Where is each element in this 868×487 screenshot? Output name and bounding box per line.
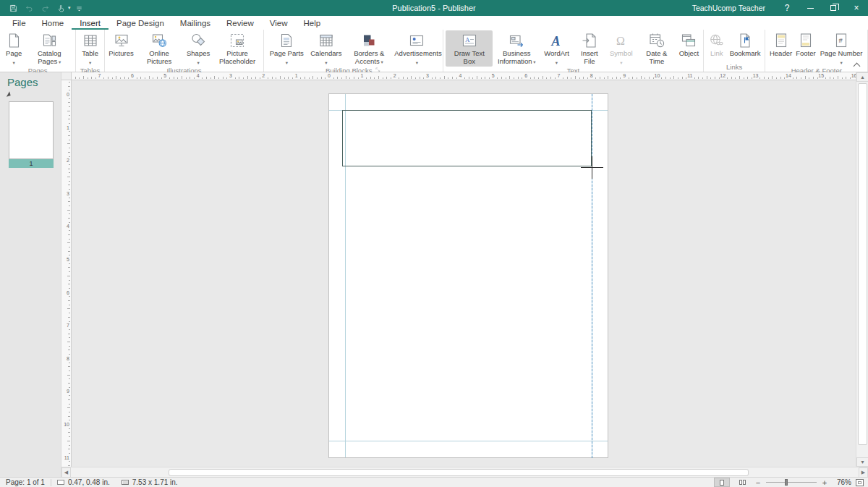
ruler-number: 4 xyxy=(459,72,461,80)
fit-page-button[interactable] xyxy=(856,479,864,486)
zoom-slider-thumb[interactable] xyxy=(785,479,788,486)
wordart-icon: A xyxy=(548,32,566,49)
horizontal-scrollbar-thumb[interactable] xyxy=(169,469,749,476)
tab-review[interactable]: Review xyxy=(218,17,262,30)
footer-icon xyxy=(797,32,814,49)
ribbon-button-footer[interactable]: Footer xyxy=(794,30,818,67)
zoom-out-button[interactable]: − xyxy=(754,478,762,487)
header-icon xyxy=(773,32,790,49)
ribbon-button-table[interactable]: Table ▾ xyxy=(78,30,102,67)
vertical-ruler[interactable]: 01234567891011 xyxy=(61,80,72,467)
ribbon-button-page-parts[interactable]: Page Parts ▾ xyxy=(266,30,307,67)
help-button[interactable]: ? xyxy=(775,0,799,16)
ruler-corner xyxy=(61,72,72,80)
close-button[interactable]: × xyxy=(845,0,868,16)
dropdown-arrow-icon[interactable]: ▾ xyxy=(68,5,71,11)
scroll-left-arrow[interactable]: ◀ xyxy=(61,467,71,478)
svg-text:#: # xyxy=(839,36,843,44)
vertical-scrollbar[interactable]: ▲ ▼ xyxy=(856,72,868,467)
ribbon-tab-row: FileHomeInsertPage DesignMailingsReviewV… xyxy=(0,16,868,30)
ribbon-button-object[interactable]: Object xyxy=(677,30,701,67)
touch-mode-icon[interactable] xyxy=(54,1,68,15)
tab-insert[interactable]: Insert xyxy=(72,17,109,30)
horizontal-scrollbar[interactable]: ◀ ▶ xyxy=(61,467,868,477)
tab-page-design[interactable]: Page Design xyxy=(109,17,172,30)
object-size[interactable]: 7.53 x 1.71 in. xyxy=(116,478,184,487)
pictures-icon xyxy=(113,32,130,49)
ribbon-button-label: Insert File xyxy=(575,50,604,65)
ribbon-button-header[interactable]: Header xyxy=(767,30,793,67)
page-thumbnail-number: 1 xyxy=(9,159,54,168)
tab-home[interactable]: Home xyxy=(34,17,72,30)
tab-help[interactable]: Help xyxy=(295,17,328,30)
ribbon-button-borders-accents[interactable]: Borders & Accents ▾ xyxy=(345,30,393,67)
draw-text-box-icon: A xyxy=(461,32,478,49)
page-thumbnail-preview[interactable] xyxy=(9,101,54,159)
page-indicator[interactable]: Page: 1 of 1 xyxy=(0,478,51,487)
insert-file-icon xyxy=(581,32,598,49)
ribbon-button-picture-placeholder[interactable]: Picture Placeholder xyxy=(213,30,261,67)
ruler-number: 9 xyxy=(67,389,69,394)
object-icon xyxy=(680,32,697,49)
ruler-number: 15 xyxy=(818,72,824,80)
ribbon-button-calendars[interactable]: Calendars ▾ xyxy=(307,30,345,67)
zoom-in-button[interactable]: + xyxy=(821,478,828,487)
tab-view[interactable]: View xyxy=(262,17,296,30)
ribbon-button-draw-text-box[interactable]: ADraw Text Box xyxy=(446,30,493,67)
ribbon-button-label: Business Information ▾ xyxy=(495,50,538,66)
customize-qat-icon[interactable] xyxy=(72,1,87,15)
vertical-scrollbar-thumb[interactable] xyxy=(858,83,867,445)
zoom-level[interactable]: 76% xyxy=(833,478,851,486)
ruler-number: 6 xyxy=(67,289,69,295)
ribbon-button-label: Picture Placeholder xyxy=(216,50,259,65)
restore-button[interactable] xyxy=(822,0,845,16)
ribbon-button-label: Header xyxy=(770,50,792,58)
account-name[interactable]: TeachUcomp Teacher xyxy=(682,4,775,12)
collapse-ribbon-button[interactable] xyxy=(854,62,861,68)
ribbon-button-business-information[interactable]: Business Information ▾ xyxy=(493,30,540,67)
single-page-view-button[interactable] xyxy=(714,478,730,487)
tab-file[interactable]: File xyxy=(4,17,34,30)
text-box-outline[interactable] xyxy=(342,110,592,166)
ribbon-button-online-pictures[interactable]: Online Pictures xyxy=(135,30,183,67)
publication-canvas[interactable] xyxy=(72,80,856,467)
two-page-spread-button[interactable] xyxy=(734,478,750,487)
ribbon-button-advertisements[interactable]: Advertisements ▾ xyxy=(393,30,441,67)
crosshair-cursor xyxy=(592,156,592,179)
ribbon-button-insert-file[interactable]: Insert File xyxy=(573,30,606,67)
ribbon-button-label: Borders & Accents ▾ xyxy=(347,50,391,66)
minimize-button[interactable] xyxy=(799,0,822,16)
ribbon-button-pictures[interactable]: Pictures xyxy=(107,30,135,67)
zoom-slider[interactable] xyxy=(766,482,817,483)
ruler-number: 7 xyxy=(98,72,101,80)
ribbon-button-page-number[interactable]: #Page Number ▾ xyxy=(817,30,865,67)
ribbon-group-label: Links xyxy=(726,63,742,71)
minimize-icon xyxy=(807,8,814,9)
ribbon-button-page[interactable]: Page ▾ xyxy=(2,30,25,67)
redo-icon xyxy=(38,1,52,15)
link-icon xyxy=(708,32,726,49)
ruler-number: 7 xyxy=(557,72,560,80)
ribbon: Page ▾Catalog Pages ▾PagesTable ▾TablesP… xyxy=(0,30,868,72)
ribbon-button-bookmark[interactable]: Bookmark xyxy=(728,30,763,62)
pages-panel-collapse-icon[interactable] xyxy=(5,91,10,96)
scroll-down-arrow[interactable]: ▼ xyxy=(856,457,868,467)
tab-mailings[interactable]: Mailings xyxy=(172,17,218,30)
svg-text:A: A xyxy=(465,36,470,43)
ribbon-button-wordart[interactable]: AWordArt ▾ xyxy=(540,30,572,67)
ribbon-button-label: Page ▾ xyxy=(4,50,23,67)
ribbon-group-pages: Page ▾Catalog Pages ▾Pages xyxy=(0,30,76,72)
ruler-number: 13 xyxy=(753,72,759,80)
ruler-number: 5 xyxy=(67,257,69,262)
horizontal-ruler[interactable]: 7654321012345678910111213141516 xyxy=(72,72,856,80)
ribbon-button-date-time[interactable]: Date & Time xyxy=(637,30,678,67)
ribbon-button-shapes[interactable]: Shapes ▾ xyxy=(183,30,213,67)
scroll-up-arrow[interactable]: ▲ xyxy=(856,72,868,82)
page-thumbnail[interactable]: 1 xyxy=(9,101,54,168)
object-position[interactable]: 0.47, 0.48 in. xyxy=(51,478,116,487)
ribbon-button-catalog-pages[interactable]: Catalog Pages ▾ xyxy=(25,30,73,67)
ribbon-button-label: Link xyxy=(710,50,723,58)
save-icon[interactable] xyxy=(6,1,20,15)
scroll-right-arrow[interactable]: ▶ xyxy=(859,467,868,478)
borders-accents-icon xyxy=(360,32,378,49)
